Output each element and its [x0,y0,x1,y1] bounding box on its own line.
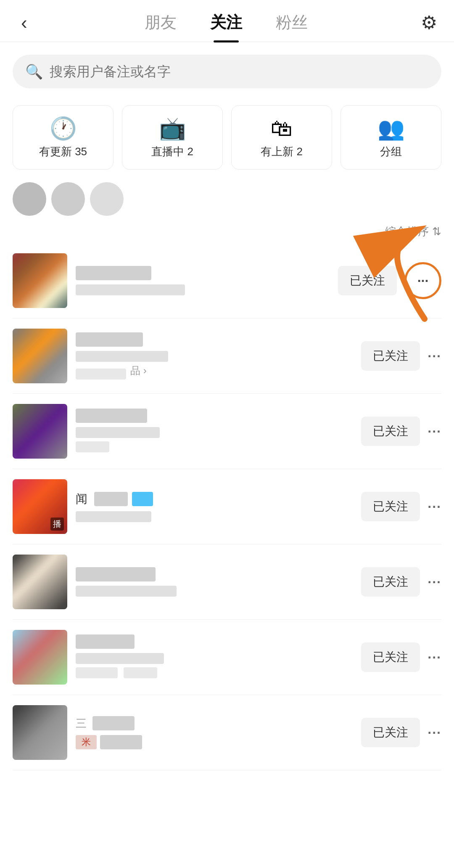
user-actions: 已关注 ··· [361,341,441,371]
search-icon: 🔍 [25,63,43,80]
follow-button[interactable]: 已关注 [361,567,420,597]
filter-new-products[interactable]: 🛍 有上新 2 [231,105,332,170]
more-options-button[interactable]: ··· [428,348,441,364]
table-row: 已关注 ··· [13,394,441,469]
header: ‹ 朋友 关注 粉丝 ⚙ [0,0,454,42]
user-name-blur [76,567,156,581]
more-options-button[interactable]: ··· [428,424,441,439]
follow-button[interactable]: 已关注 [361,492,420,521]
table-row: 已关注 ··· [13,544,441,620]
follow-button[interactable]: 已关注 [361,341,420,371]
search-bar: 🔍 [13,55,441,88]
avatar[interactable] [13,630,67,685]
user-name-blur [76,266,151,280]
bag-icon: 🛍 [271,117,293,139]
header-tabs: 朋友 关注 粉丝 [145,12,308,33]
user-desc-blur [76,511,151,522]
user-info: 闻 [67,491,361,522]
search-input[interactable] [50,64,429,80]
user-tag-red: 米 [76,735,97,749]
user-info [67,567,361,597]
more-options-button[interactable]: ··· [428,499,441,515]
user-name-blur [92,716,135,730]
sort-icon[interactable]: ⇅ [432,225,441,238]
user-info: 三 米 [67,716,361,749]
avatar[interactable] [13,404,67,459]
more-options-button[interactable]: ··· [428,574,441,590]
user-tag-blur [76,369,126,380]
table-row: 三 米 已关注 ··· [13,695,441,770]
search-section: 🔍 [0,42,454,97]
avatar[interactable] [13,329,67,383]
filter-cards: 🕐 有更新 35 📺 直播中 2 🛍 有上新 2 👥 分组 [0,97,454,178]
user-info [67,266,338,295]
avatar[interactable] [13,555,67,609]
filter-has-updates[interactable]: 🕐 有更新 35 [13,105,114,170]
avatar[interactable] [13,705,67,760]
groups-icon: 👥 [377,117,405,139]
avatar-strip-item[interactable] [90,182,124,216]
filter-live[interactable]: 📺 直播中 2 [122,105,223,170]
user-info: 品 › [67,332,361,380]
user-name-blur [94,492,128,506]
user-actions: 已关注 ··· [361,492,441,521]
tab-friends[interactable]: 朋友 [145,12,177,33]
avatar[interactable]: 播 [13,479,67,534]
filter-has-updates-label: 有更新 35 [39,144,87,159]
avatar-strip-item[interactable] [13,182,46,216]
more-options-button[interactable]: ··· [428,650,441,665]
user-desc-blur [76,653,164,664]
user-list: 已关注 ··· 品 › [0,243,454,770]
user-tag-blur [76,667,118,678]
live-badge: 播 [50,518,64,531]
follow-button[interactable]: 已关注 [338,266,397,295]
back-button[interactable]: ‹ [17,12,32,33]
follow-button[interactable]: 已关注 [361,642,420,672]
user-actions: 已关注 ··· [361,718,441,747]
user-desc-blur [76,351,168,362]
filter-live-label: 直播中 2 [151,144,193,159]
user-desc-blur [76,586,177,597]
user-tag-blur [124,667,157,678]
user-desc-blur [76,427,160,438]
table-row: 播 闻 已关注 ··· [13,469,441,544]
settings-icon[interactable]: ⚙ [421,12,437,33]
tab-following[interactable]: 关注 [210,12,242,33]
tv-icon: 📺 [159,117,186,139]
user-actions: 已关注 ··· [361,567,441,597]
user-name-blur [100,735,142,749]
user-prefix: 三 [76,716,87,731]
follow-button[interactable]: 已关注 [361,718,420,747]
user-name-blur [76,634,135,649]
user-name-blur [76,332,143,347]
more-options-button[interactable]: ··· [428,725,441,741]
user-info [67,634,361,680]
user-info [67,409,361,454]
avatar-strip [0,178,454,220]
tab-fans[interactable]: 粉丝 [276,12,308,33]
user-actions: 已关注 ··· [361,642,441,672]
avatar-strip-item[interactable] [51,182,85,216]
sort-bar: 综合排序 ⇅ [0,220,454,243]
sort-label: 综合排序 [385,224,429,239]
filter-groups[interactable]: 👥 分组 [340,105,441,170]
more-dots: ··· [417,273,429,289]
product-link[interactable]: 品 › [130,365,147,380]
user-name-text: 闻 [76,491,87,507]
filter-groups-label: 分组 [380,144,402,159]
tag-blue [132,492,153,506]
user-name-blur [76,409,147,423]
user-actions: 已关注 ··· [338,262,441,299]
clock-icon: 🕐 [50,117,77,139]
filter-new-products-label: 有上新 2 [261,144,303,159]
avatar[interactable] [13,253,67,308]
user-actions: 已关注 ··· [361,417,441,446]
user-tag-blur [76,441,109,452]
table-row: 已关注 ··· [13,243,441,319]
table-row: 已关注 ··· [13,620,441,695]
more-options-button[interactable]: ··· [404,262,441,299]
follow-button[interactable]: 已关注 [361,417,420,446]
user-desc-blur [76,284,185,295]
table-row: 品 › 已关注 ··· [13,319,441,394]
